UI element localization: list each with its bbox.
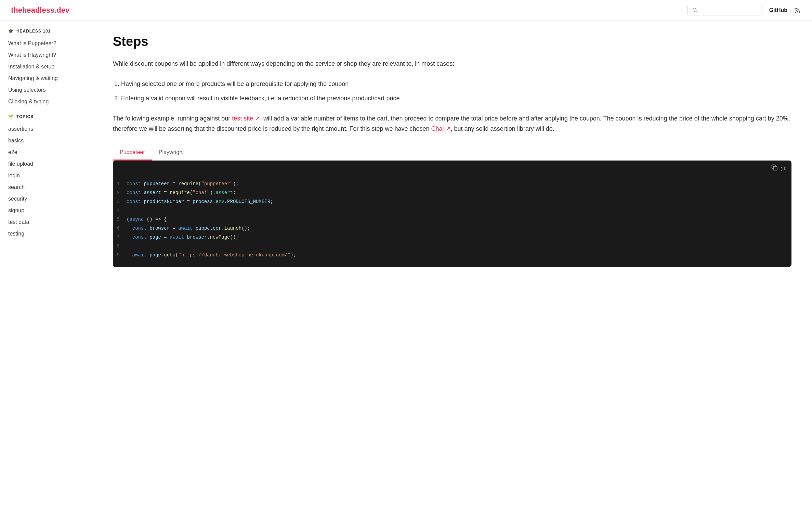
sidebar-item-navigating-waiting[interactable]: Navigating & waiting <box>0 73 92 84</box>
code-line-2: 2 const assert = require("chai").assert; <box>113 189 791 198</box>
page-title: Steps <box>113 34 791 49</box>
sidebar-section-headless101: 🎓 HEADLESS 101 <box>0 29 92 38</box>
test-site-link[interactable]: test site ↗ <box>232 115 260 122</box>
sidebar-section-topics: 🌱 TOPICS <box>0 114 92 123</box>
code-line-4: 4 <box>113 207 791 216</box>
code-line-7: 7 const page = await browser.newPage(); <box>113 233 791 242</box>
top-bar: theheadless.dev GitHub <box>0 0 812 21</box>
sidebar-item-using-selectors[interactable]: Using selectors <box>0 84 92 96</box>
sidebar-item-what-is-puppeteer[interactable]: What is Puppeteer? <box>0 38 92 49</box>
sidebar-item-basics[interactable]: basics <box>0 135 92 147</box>
code-content: 1 const puppeteer = require("puppeteer")… <box>113 176 791 267</box>
list-item: Entering a valid coupon will result in v… <box>121 93 791 104</box>
search-bar[interactable] <box>687 5 762 15</box>
code-line-3: 3 const productsNumber = process.env.PRO… <box>113 198 791 207</box>
sidebar-item-test-data[interactable]: test data <box>0 216 92 228</box>
js-badge: js <box>781 166 786 171</box>
code-line-5: 5 (async () => { <box>113 216 791 225</box>
code-line-1: 1 const puppeteer = require("puppeteer")… <box>113 180 791 189</box>
content-area: Steps While discount coupons will be app… <box>92 21 812 508</box>
section2-label: TOPICS <box>16 114 34 119</box>
sidebar-item-login[interactable]: login <box>0 170 92 181</box>
brand-logo[interactable]: theheadless.dev <box>11 6 69 15</box>
search-input[interactable] <box>700 7 757 13</box>
tab-puppeteer[interactable]: Puppeteer <box>113 145 152 161</box>
tabs-container: Puppeteer Playwright js 1 <box>113 145 791 267</box>
top-right: GitHub <box>687 5 801 15</box>
sidebar: 🎓 HEADLESS 101 What is Puppeteer? What i… <box>0 21 92 508</box>
code-block-header: js <box>113 161 791 176</box>
github-link[interactable]: GitHub <box>769 7 787 13</box>
code-line-8: 8 <box>113 242 791 251</box>
sidebar-item-file-upload[interactable]: file upload <box>0 158 92 170</box>
tab-playwright[interactable]: Playwright <box>152 145 191 161</box>
sidebar-separator <box>0 107 92 114</box>
body-text: The following example, running against o… <box>113 113 791 134</box>
rss-icon[interactable] <box>794 7 801 14</box>
svg-point-2 <box>795 12 796 13</box>
code-block: js 1 const puppeteer = require("puppetee… <box>113 161 791 267</box>
sidebar-item-clicking-typing[interactable]: Clicking & typing <box>0 96 92 107</box>
sidebar-item-search[interactable]: search <box>0 181 92 193</box>
chai-link[interactable]: Chai ↗ <box>431 125 451 132</box>
copy-icon[interactable] <box>771 164 778 173</box>
body-text-before: The following example, running against o… <box>113 115 232 122</box>
sidebar-item-what-is-playwright[interactable]: What is Playwright? <box>0 49 92 61</box>
section1-label: HEADLESS 101 <box>16 29 51 34</box>
body-text-end: , but any solid assertion library will d… <box>451 125 554 132</box>
sidebar-item-installation-setup[interactable]: Installation & setup <box>0 61 92 73</box>
steps-list: Having selected one or more products wil… <box>113 79 791 104</box>
svg-line-1 <box>696 11 697 12</box>
list-item: Having selected one or more products wil… <box>121 79 791 89</box>
search-icon <box>692 8 698 13</box>
sidebar-item-testing[interactable]: testing <box>0 228 92 240</box>
section1-icon: 🎓 <box>8 29 14 34</box>
main-layout: 🎓 HEADLESS 101 What is Puppeteer? What i… <box>0 21 812 508</box>
intro-text: While discount coupons will be applied i… <box>113 59 791 69</box>
sidebar-item-e2e[interactable]: e2e <box>0 147 92 158</box>
sidebar-item-security[interactable]: security <box>0 193 92 205</box>
sidebar-item-signup[interactable]: signup <box>0 205 92 216</box>
code-line-9: 9 await page.goto("https://danube-websho… <box>113 251 791 260</box>
code-line-6: 6 const browser = await puppeteer.launch… <box>113 225 791 233</box>
section2-icon: 🌱 <box>8 114 14 119</box>
svg-rect-3 <box>773 166 777 170</box>
tabs-header: Puppeteer Playwright <box>113 145 791 161</box>
sidebar-item-assertions[interactable]: assertions <box>0 123 92 135</box>
